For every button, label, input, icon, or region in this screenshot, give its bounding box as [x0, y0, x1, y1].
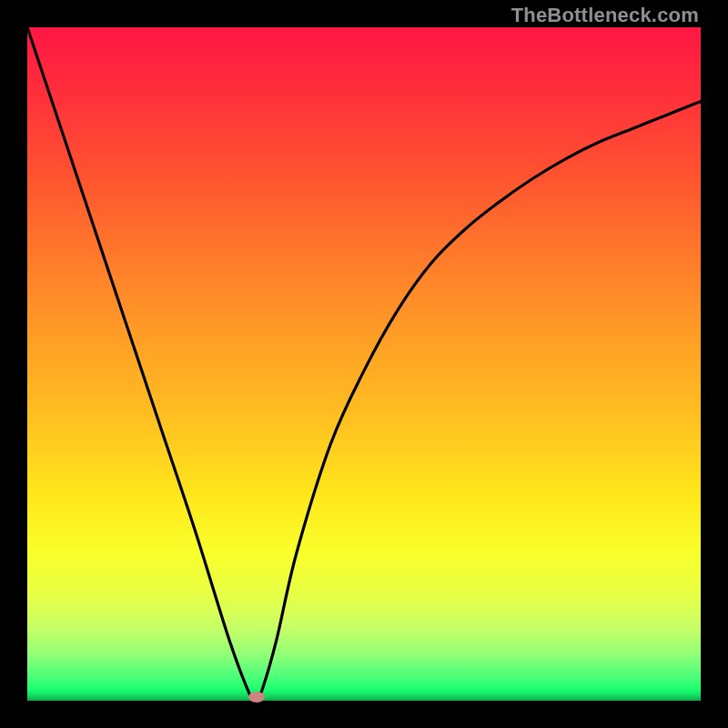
min-point-marker: [248, 692, 265, 703]
bottleneck-curve: [27, 27, 701, 701]
chart-frame: TheBottleneck.com: [0, 0, 728, 728]
watermark-text: TheBottleneck.com: [511, 4, 699, 27]
